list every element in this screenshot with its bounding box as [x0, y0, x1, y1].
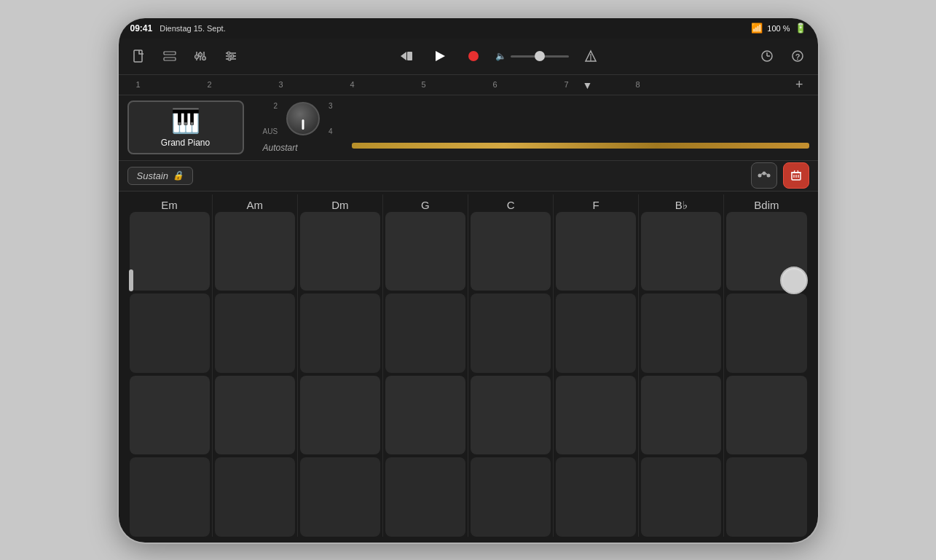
ipad-frame: 09:41 Dienstag 15. Sept. 📶 100 % 🔋	[119, 18, 818, 543]
status-bar: 09:41 Dienstag 15. Sept. 📶 100 % 🔋	[119, 18, 818, 39]
tempo-button[interactable]	[755, 44, 779, 68]
chord-bdim-4[interactable]	[726, 457, 806, 537]
autostart-knob[interactable]	[286, 102, 320, 135]
ruler-mark-8: 8	[636, 80, 640, 89]
ruler-mark-1: 1	[136, 80, 141, 89]
chord-g-2[interactable]	[385, 293, 465, 373]
volume-low-icon: 🔈	[495, 51, 506, 61]
chord-dm-3[interactable]	[300, 376, 380, 455]
chord-c-2[interactable]	[471, 293, 551, 373]
chord-c-3[interactable]	[471, 376, 551, 455]
chord-am-3[interactable]	[215, 376, 295, 455]
svg-rect-16	[407, 52, 412, 60]
track-area: 🎹 Grand Piano 2 AUS 3 4 Autostart	[119, 95, 818, 161]
autostart-label: Autostart	[263, 143, 298, 153]
sustain-button[interactable]: Sustain 🔒	[127, 167, 193, 185]
timeline-ruler: 1 2 3 4 5 6 7 ▼ 8 +	[119, 75, 818, 95]
chord-buttons-area	[119, 212, 818, 543]
volume-slider[interactable]	[511, 55, 569, 58]
chord-am-1[interactable]	[215, 212, 295, 291]
chord-g-3[interactable]	[385, 376, 465, 455]
ruler-mark-5: 5	[422, 80, 426, 89]
delete-button[interactable]	[783, 162, 809, 189]
chord-dm-2[interactable]	[300, 293, 380, 373]
chord-g-1[interactable]	[385, 212, 465, 291]
lock-icon: 🔒	[173, 170, 184, 181]
help-button[interactable]: ?	[786, 44, 809, 68]
chord-col-am	[213, 212, 298, 537]
volume-area: 🔈	[495, 51, 569, 61]
chord-bdim-3[interactable]	[726, 376, 806, 455]
svg-point-12	[227, 52, 230, 55]
chord-col-c	[468, 212, 554, 537]
chord-col-bdim	[724, 212, 809, 537]
new-song-button[interactable]	[127, 44, 151, 68]
chord-headers-row: Em Am Dm G C F B♭ Bdim	[119, 192, 818, 212]
autostart-area: 2 AUS 3 4 Autostart	[263, 102, 333, 153]
chord-em-4[interactable]	[130, 457, 210, 537]
svg-rect-2	[164, 58, 176, 60]
toolbar-left	[127, 44, 243, 68]
chord-c-1[interactable]	[471, 212, 551, 291]
status-time: 09:41	[130, 23, 153, 33]
sustain-label: Sustain	[137, 170, 168, 181]
ruler-mark-2: 2	[208, 80, 212, 89]
chord-bdim-2[interactable]	[726, 293, 806, 373]
chord-em-2[interactable]	[130, 293, 210, 373]
chord-c-4[interactable]	[471, 457, 551, 537]
play-button[interactable]	[428, 44, 452, 68]
knob-label-2: 2	[274, 102, 278, 110]
chord-bb-4[interactable]	[641, 457, 721, 537]
chord-header-g: G	[383, 194, 468, 212]
svg-point-6	[194, 55, 198, 59]
knob-row: 2 AUS 3 4	[263, 102, 333, 135]
settings-button[interactable]	[219, 44, 243, 68]
arpeggio-button[interactable]	[751, 162, 777, 189]
chord-dm-1[interactable]	[300, 212, 380, 291]
ruler-marks: 1 2 3 4 5 6 7 ▼ 8 +	[127, 75, 809, 95]
chord-f-2[interactable]	[556, 293, 636, 373]
record-button[interactable]	[462, 44, 485, 68]
svg-point-8	[202, 57, 205, 60]
knob-label-4: 4	[329, 127, 333, 135]
chord-header-am: Am	[213, 194, 298, 212]
chord-header-c: C	[468, 194, 554, 212]
add-section-button[interactable]: +	[795, 77, 803, 92]
status-date: Dienstag 15. Sept.	[160, 24, 226, 33]
chord-em-1[interactable]	[130, 212, 210, 291]
chord-f-4[interactable]	[556, 457, 636, 537]
tracks-view-button[interactable]	[158, 44, 181, 68]
wifi-icon: 📶	[751, 23, 763, 33]
chord-bb-1[interactable]	[641, 212, 721, 291]
ruler-mark-4: 4	[350, 80, 355, 89]
chord-dm-4[interactable]	[300, 457, 380, 537]
chord-bb-3[interactable]	[641, 376, 721, 455]
toolbar-center: 🔈	[250, 44, 748, 68]
rewind-button[interactable]	[395, 44, 418, 68]
status-right: 📶 100 % 🔋	[751, 23, 806, 33]
svg-point-18	[468, 51, 479, 61]
instrument-tile[interactable]: 🎹 Grand Piano	[127, 100, 244, 154]
battery-indicator: 100 %	[767, 24, 790, 33]
metronome-button[interactable]	[579, 44, 602, 68]
chord-col-bb	[639, 212, 724, 537]
sustain-right-buttons	[751, 162, 809, 189]
chord-header-dm: Dm	[298, 194, 383, 212]
svg-marker-15	[401, 52, 406, 60]
mixer-button[interactable]	[189, 44, 212, 68]
chord-em-3[interactable]	[130, 376, 210, 455]
chord-col-g	[383, 212, 468, 537]
svg-text:?: ?	[795, 52, 800, 61]
chord-am-4[interactable]	[215, 457, 295, 537]
chord-f-1[interactable]	[556, 212, 636, 291]
chord-bb-2[interactable]	[641, 293, 721, 373]
svg-rect-0	[134, 50, 142, 62]
chord-header-em: Em	[127, 194, 213, 212]
side-button[interactable]	[129, 269, 133, 291]
chord-g-4[interactable]	[385, 457, 465, 537]
chord-am-2[interactable]	[215, 293, 295, 373]
home-button[interactable]	[780, 267, 808, 294]
track-strip	[352, 143, 809, 149]
playhead-marker[interactable]: ▼	[583, 79, 593, 91]
chord-f-3[interactable]	[556, 376, 636, 455]
